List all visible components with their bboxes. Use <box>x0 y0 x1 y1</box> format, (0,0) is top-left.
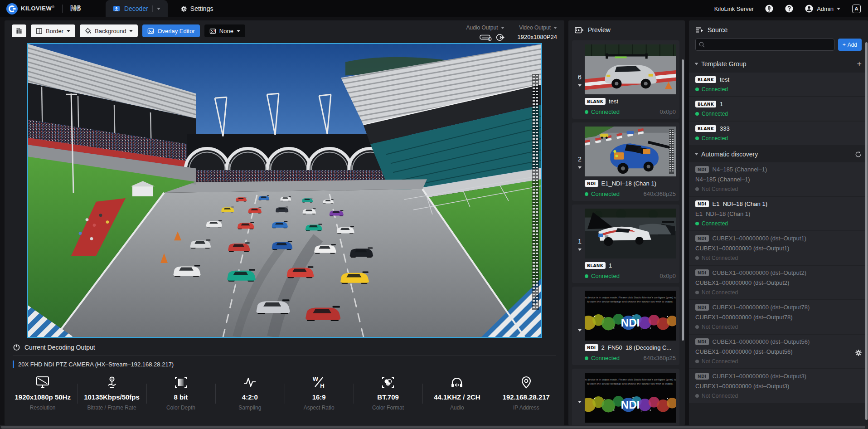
source-type-badge: BLANK <box>695 76 716 83</box>
border-dropdown[interactable]: Border <box>31 24 75 37</box>
preview-channel-control[interactable]: 2 <box>575 127 585 197</box>
discovered-source-item[interactable]: NDI CUBEX1–000000000 (dst–Output1) CUBEX… <box>689 231 868 265</box>
add-source-button[interactable]: + Add <box>838 39 862 51</box>
channel-caret-icon[interactable] <box>578 329 582 332</box>
channel-caret-icon[interactable] <box>578 166 582 169</box>
automatic-discovery-section-header[interactable]: Automatic discovery <box>689 146 868 162</box>
brand-reg: ® <box>52 5 54 9</box>
decoder-icon <box>113 5 120 12</box>
preview-scrollbar[interactable] <box>682 59 684 341</box>
decoding-stat: 1920x1080p 50Hz Resolution <box>8 374 77 411</box>
tab-decoder[interactable]: Decoder <box>106 0 168 17</box>
racetrack-video-frame: PETRONAS PRIMAX MSF SPRINTA <box>28 44 541 337</box>
decoding-source-name: 20X FHD NDI PTZ CAMERA (HX–Stream–192.16… <box>18 361 174 368</box>
stream-resolution: 0x0p0 <box>660 108 676 115</box>
tab-divider <box>152 5 153 12</box>
stat-value: 44.1KHZ / 2CH <box>422 393 491 401</box>
preview-item[interactable]: 2 NDI E1_NDI–18 (Chan 1) Connected 640x3… <box>572 122 679 201</box>
background-dropdown[interactable]: Background <box>80 24 138 37</box>
decoding-stat: 4:2:0 Sampling <box>215 374 284 411</box>
decoding-source-row[interactable]: 20X FHD NDI PTZ CAMERA (HX–Stream–192.16… <box>13 361 556 368</box>
preview-channel-control[interactable] <box>575 291 585 361</box>
discovered-source-item[interactable]: NDI CUBEX1–000000000 (dst–Output56) CUBE… <box>689 335 868 368</box>
discovered-source-item[interactable]: NDI CUBEX1–000000000 (dst–Output3) CUBEX… <box>689 369 868 403</box>
hdmi-output-icon[interactable]: 1 <box>480 34 492 41</box>
decoder-dropdown-caret[interactable] <box>157 8 160 10</box>
tab-settings[interactable]: Settings <box>180 0 213 17</box>
border-grid-icon <box>36 28 43 34</box>
horizontal-scrollbar-thumb[interactable] <box>1 426 865 429</box>
channel-caret-icon[interactable] <box>578 84 582 87</box>
preview-item[interactable]: 6 BLANK test Connected 0x0p0 <box>572 40 679 119</box>
source-name: CUBEX1–000000000 (dst–Output56) <box>713 338 810 345</box>
stat-value: BT.709 <box>354 393 422 401</box>
channel-caret-icon[interactable] <box>578 249 582 251</box>
stat-icon-slot <box>422 375 491 390</box>
preview-item[interactable]: This device is in output mode. Please cl… <box>572 369 679 425</box>
source-scrollbar[interactable] <box>865 42 868 420</box>
preview-title: Preview <box>588 26 611 34</box>
discovered-source-item[interactable]: NDI N4–185 (Channel–1) N4–185 (Channel–1… <box>689 162 868 196</box>
help-icon[interactable] <box>785 4 794 13</box>
preview-panel: Preview 6 BLANK test Connected 0x0p0 <box>568 20 685 425</box>
multiview-layout-button[interactable] <box>12 24 26 37</box>
stat-value: 1920x1080p 50Hz <box>8 393 77 401</box>
preview-thumbnail[interactable] <box>585 209 676 258</box>
kilolink-server-link[interactable]: KiloLink Server <box>714 5 754 12</box>
chevron-down-icon <box>695 63 698 65</box>
preview-item[interactable]: This device is in output mode. Please cl… <box>572 287 679 365</box>
horizontal-scrollbar[interactable] <box>0 425 868 429</box>
audio-out-icon[interactable] <box>496 34 504 41</box>
preview-thumbnail[interactable] <box>585 44 676 94</box>
preview-thumbnail[interactable] <box>585 127 676 176</box>
source-type-badge: BLANK <box>695 101 716 107</box>
discovered-source-item[interactable]: NDI E1_NDI–18 (Chan 1) E1_NDI–18 (Chan 1… <box>689 197 868 230</box>
device-info-icon[interactable] <box>765 4 774 13</box>
preview-channel-control[interactable]: 6 <box>575 44 585 115</box>
connection-status: Connected <box>585 108 620 115</box>
discovered-source-item[interactable]: NDI CUBEX1–000000000 (dst–Output2) CUBEX… <box>689 266 868 299</box>
template-group-section-header[interactable]: Template Group + <box>689 55 868 73</box>
preview-item-body: BLANK 1 Connected 0x0p0 <box>585 209 676 279</box>
preview-thumbnail[interactable]: This device is in output mode. Please cl… <box>585 373 676 423</box>
overlay-image-dropdown[interactable]: None <box>204 24 245 37</box>
user-menu[interactable]: Admin <box>805 4 840 13</box>
automatic-discovery-list: NDI N4–185 (Channel–1) N4–185 (Channel–1… <box>689 162 868 403</box>
language-icon[interactable]: A <box>852 5 861 13</box>
preview-channel-control[interactable] <box>575 373 585 423</box>
add-template-icon[interactable]: + <box>857 60 862 68</box>
color-format-icon <box>381 375 395 389</box>
race-car-thumbnail <box>585 127 676 176</box>
preview-channel-control[interactable]: 1 <box>575 209 585 279</box>
decoded-video-viewport[interactable]: PETRONAS PRIMAX MSF SPRINTA <box>27 43 542 338</box>
source-subtitle: CUBEX1–000000000 (dst–Output3) <box>695 383 862 390</box>
discovered-source-item[interactable]: NDI CUBEX1–000000000 (dst–Output78) CUBE… <box>689 300 868 334</box>
stat-icon-slot <box>354 375 422 390</box>
decoding-stat: 192.168.28.217 IP Address <box>492 374 561 411</box>
status-text: Not Connected <box>702 289 738 296</box>
source-name: CUBEX1–000000000 (dst–Output78) <box>713 304 810 311</box>
source-list-item[interactable]: BLANK 1 Connected <box>689 97 868 121</box>
channel-caret-icon[interactable] <box>578 401 582 403</box>
decoding-stat: 10135Kbps/50fps Bitrate / Frame Rate <box>77 374 146 411</box>
status-dot <box>695 112 699 116</box>
source-list-item[interactable]: BLANK test Connected <box>689 73 868 96</box>
ndi-badge: NDI <box>695 304 709 311</box>
overlay-none-label: None <box>219 28 233 34</box>
preview-thumbnail[interactable]: This device is in output mode. Please cl… <box>585 291 676 341</box>
paint-bucket-icon <box>85 28 92 34</box>
source-search-input[interactable] <box>695 39 834 51</box>
overlay-editor-button[interactable]: Overlay Editor <box>142 24 199 37</box>
source-list-item[interactable]: BLANK 333 Connected <box>689 122 868 145</box>
audio-output-selector[interactable]: Audio Output 1 <box>466 24 504 41</box>
ndi-badge: NDI <box>695 200 709 207</box>
source-type-badge: BLANK <box>585 262 606 269</box>
source-settings-gear-icon[interactable] <box>855 349 862 356</box>
preview-item[interactable]: 1 BLANK 1 Connected 0x0p0 <box>572 205 679 283</box>
preview-item-body: NDI E1_NDI–18 (Chan 1) Connected 640x368… <box>585 127 676 197</box>
overlay-editor-label: Overlay Editor <box>157 28 194 34</box>
video-output-selector[interactable]: Video Output 1920x1080P24 <box>518 24 557 40</box>
ndi-splash-thumbnail: This device is in output mode. Please cl… <box>585 373 676 423</box>
ndi-badge: NDI <box>695 269 709 276</box>
refresh-icon[interactable] <box>855 151 862 158</box>
